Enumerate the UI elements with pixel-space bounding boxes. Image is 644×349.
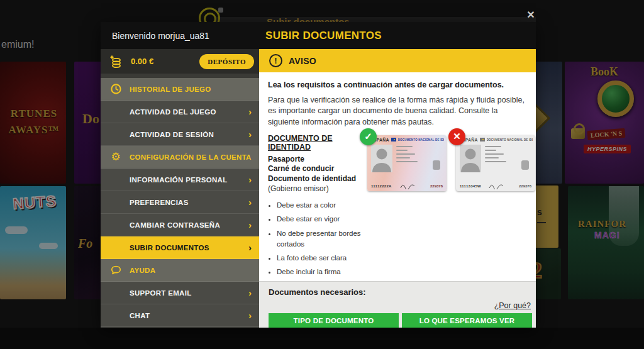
card-serial: 229376 bbox=[519, 184, 531, 188]
doc-type: Pasaporte bbox=[268, 155, 304, 163]
signature-squiggle bbox=[400, 183, 416, 189]
chevron-right-icon bbox=[248, 288, 252, 297]
photo-silhouette bbox=[371, 145, 392, 172]
photo-silhouette bbox=[460, 145, 481, 172]
documents-table-header: TIPO DE DOCUMENTO LO QUE ESPERAMOS VER bbox=[269, 313, 532, 328]
chat-bubble-icon bbox=[109, 264, 122, 277]
cross-icon: ✕ bbox=[448, 128, 465, 145]
id-card-examples: ✓ ESPAÑA DOCUMENTO NACIONAL DE IDENTIDAD bbox=[367, 134, 535, 281]
balance-bar: 0.00 € DEPÓSITO bbox=[101, 49, 259, 74]
menu-filler bbox=[101, 327, 259, 328]
eu-flag-icon bbox=[391, 138, 396, 141]
sidebar-section-ayuda[interactable]: AYUDA bbox=[101, 259, 259, 282]
id-card-good-example: ✓ ESPAÑA DOCUMENTO NACIONAL DE IDENTIDAD bbox=[367, 135, 447, 191]
modal-header: Bienvenido morjua_ua81 SUBIR DOCUMENTOS bbox=[101, 22, 536, 49]
requirement-item: Debe estar a color bbox=[277, 200, 364, 211]
sidebar-item-subir-documentos[interactable]: SUBIR DOCUMENTOS bbox=[101, 236, 259, 259]
requirement-item: Debe incluir la firma bbox=[277, 267, 364, 277]
check-icon: ✓ bbox=[360, 128, 377, 145]
requirement-item: No debe presentar bordes cortados bbox=[277, 228, 364, 250]
menu-top-strip bbox=[101, 74, 259, 78]
sidebar-item-actividad-del-juego[interactable]: ACTIVIDAD DEL JUEGO bbox=[101, 101, 259, 123]
required-documents-footer: Documentos necesarios: ¿Por qué? TIPO DE… bbox=[259, 281, 536, 328]
card-seal bbox=[433, 160, 440, 170]
card-doc-header: DOCUMENTO NACIONAL DE IDENTIDAD bbox=[487, 138, 533, 141]
intro-body-text: Para que la verificación se realice de l… bbox=[268, 95, 526, 128]
account-sidebar: 0.00 € DEPÓSITO HISTORIAL DE JUEGO ACTIV… bbox=[101, 49, 259, 328]
chevron-right-icon bbox=[248, 220, 252, 230]
document-section-title: DOCUMENTO DE IDENTIDAD bbox=[268, 134, 364, 152]
balance-amount: 0.00 € bbox=[131, 57, 153, 66]
account-menu: HISTORIAL DE JUEGO ACTIVIDAD DEL JUEGO A… bbox=[101, 74, 259, 328]
document-types: Pasaporte Carné de conducir Documento de… bbox=[268, 155, 364, 194]
requirement-item: La foto debe ser clara bbox=[277, 253, 364, 263]
warning-icon: ! bbox=[269, 54, 282, 67]
account-modal: Bienvenido morjua_ua81 SUBIR DOCUMENTOS … bbox=[101, 22, 536, 328]
why-link[interactable]: ¿Por qué? bbox=[494, 301, 531, 310]
gear-icon: ⚙ bbox=[109, 151, 122, 163]
doc-type: Documento de identidad bbox=[268, 174, 356, 183]
card-seal bbox=[521, 160, 529, 170]
card-number: 11113345W bbox=[460, 184, 481, 188]
upload-documents-panel: ! AVISO Lea los requisitos a continuació… bbox=[259, 49, 536, 328]
requirements-list: Debe estar a color Debe estar en vigor N… bbox=[277, 200, 364, 278]
doc-type-note: (Gobierno emisor) bbox=[268, 184, 329, 193]
card-number: 11112222A bbox=[371, 184, 392, 188]
column-header-tipo-de-documento: TIPO DE DOCUMENTO bbox=[269, 313, 399, 328]
welcome-text: Bienvenido morjua_ua81 bbox=[101, 31, 259, 41]
chevron-right-icon bbox=[248, 175, 252, 184]
doc-type: Carné de conducir bbox=[268, 164, 334, 173]
requirement-item: Debe estar en vigor bbox=[277, 214, 364, 224]
close-icon[interactable]: ✕ bbox=[524, 8, 538, 21]
card-doc-header: DOCUMENTO NACIONAL DE IDENTIDAD bbox=[398, 138, 444, 141]
signature-squiggle bbox=[489, 183, 505, 189]
sidebar-item-preferencias[interactable]: PREFERENCIAS bbox=[101, 191, 259, 214]
clock-icon bbox=[109, 83, 122, 96]
deposit-button[interactable]: DEPÓSITO bbox=[199, 54, 254, 69]
modal-title: SUBIR DOCUMENTOS bbox=[259, 30, 382, 42]
sidebar-section-configuracion-cuenta[interactable]: ⚙ CONFIGURACIÓN DE LA CUENTA bbox=[101, 146, 259, 169]
column-header-lo-que-esperamos-ver: LO QUE ESPERAMOS VER bbox=[402, 313, 532, 328]
notice-label: AVISO bbox=[289, 56, 316, 66]
required-docs-label: Documentos necesarios: bbox=[269, 287, 366, 297]
page: Subir documentos emium! RTUNES AWAYS™ Do… bbox=[0, 0, 644, 349]
sidebar-item-actividad-de-sesion[interactable]: ACTIVIDAD DE SESIÓN bbox=[101, 123, 259, 146]
eu-flag-icon bbox=[480, 138, 485, 141]
sidebar-item-informacion-personal[interactable]: INFORMACIÓN PERSONAL bbox=[101, 169, 259, 191]
notice-bar: ! AVISO bbox=[259, 49, 536, 72]
card-serial: 229376 bbox=[430, 184, 443, 188]
chevron-right-icon bbox=[248, 130, 252, 139]
card-text-lines bbox=[396, 146, 418, 165]
sidebar-item-cambiar-contrasena[interactable]: CAMBIAR CONTRASEÑA bbox=[101, 214, 259, 236]
notice-body: Lea los requisitos a continuación antes … bbox=[259, 72, 536, 281]
sidebar-section-historial-de-juego[interactable]: HISTORIAL DE JUEGO bbox=[101, 78, 259, 101]
chevron-right-icon bbox=[248, 197, 252, 207]
chevron-right-icon bbox=[248, 243, 252, 252]
intro-bold-text: Lea los requisitos a continuación antes … bbox=[268, 80, 526, 89]
sidebar-item-support-email[interactable]: SUPPORT EMAIL bbox=[101, 282, 259, 304]
id-card-bad-example: ✕ ESPAÑA DOCUMENTO NACIONAL DE IDENTIDAD bbox=[456, 135, 535, 191]
chevron-right-icon bbox=[248, 107, 252, 116]
coins-icon bbox=[109, 54, 125, 69]
sidebar-item-chat[interactable]: CHAT bbox=[101, 304, 259, 327]
chevron-right-icon bbox=[248, 311, 252, 320]
card-text-lines bbox=[485, 146, 506, 165]
